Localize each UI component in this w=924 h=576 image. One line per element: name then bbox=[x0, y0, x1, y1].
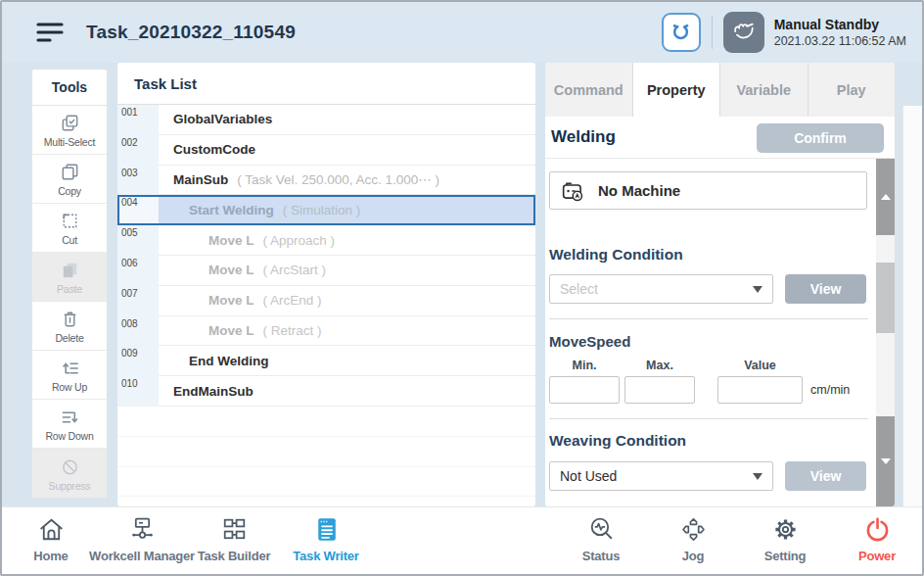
tools-panel: Tools Multi-Select Copy Cut bbox=[31, 69, 108, 499]
menu-button[interactable] bbox=[35, 20, 65, 46]
weaving-condition-view-button[interactable]: View bbox=[785, 461, 866, 491]
max-field[interactable] bbox=[624, 376, 695, 404]
command-note: ( Simulation ) bbox=[283, 203, 361, 217]
empty-row bbox=[117, 467, 535, 498]
scroll-page-down[interactable] bbox=[876, 416, 895, 506]
command-name: End Welding bbox=[189, 354, 269, 368]
move-speed-labels: Min. Max. Value bbox=[549, 359, 876, 372]
header-separator bbox=[712, 16, 713, 49]
line-number: 008 bbox=[117, 316, 159, 347]
tool-row-down[interactable]: Row Down bbox=[32, 400, 107, 449]
workcell-manager-icon bbox=[126, 513, 159, 546]
manual-mode-badge bbox=[723, 12, 764, 53]
robot-mode-chip[interactable]: Manual Standby 2021.03.22 11:06:52 AM bbox=[723, 12, 906, 53]
property-scroll-area: No Machine Welding Condition Select View… bbox=[545, 159, 876, 506]
command-name: Move L bbox=[208, 293, 254, 308]
tab-variable[interactable]: Variable bbox=[720, 63, 808, 117]
scroll-thumb[interactable] bbox=[876, 263, 895, 333]
suppress-icon bbox=[59, 456, 81, 478]
bottom-nav: Home Workcell Manager Task Builder bbox=[2, 507, 922, 574]
tool-copy[interactable]: Copy bbox=[32, 155, 107, 204]
max-label: Max. bbox=[624, 359, 695, 372]
scroll-page-up[interactable] bbox=[876, 159, 895, 235]
line-number: 010 bbox=[117, 376, 159, 407]
command-name: CustomCode bbox=[173, 142, 255, 157]
min-field[interactable] bbox=[549, 376, 620, 404]
nav-label: Setting bbox=[764, 549, 807, 563]
nav-label: Status bbox=[582, 549, 621, 563]
min-label: Min. bbox=[549, 359, 620, 372]
scroll-track[interactable] bbox=[876, 235, 895, 263]
tool-delete[interactable]: Delete bbox=[32, 302, 107, 351]
chevron-down-icon bbox=[753, 473, 762, 480]
section-divider bbox=[549, 418, 868, 419]
command-name: GlobalVariables bbox=[173, 112, 272, 126]
power-icon bbox=[861, 513, 894, 546]
status-timestamp: 2021.03.22 11:06:52 AM bbox=[774, 34, 906, 48]
confirm-button[interactable]: Confirm bbox=[757, 123, 884, 153]
command-name: EndMainSub bbox=[173, 384, 254, 399]
task-row-selected[interactable]: 004 Start Welding( Simulation ) bbox=[117, 195, 535, 225]
task-row[interactable]: 001 GlobalVariables bbox=[117, 105, 535, 135]
multi-select-icon bbox=[59, 112, 81, 134]
tab-property[interactable]: Property bbox=[633, 63, 721, 117]
line-number: 001 bbox=[117, 105, 159, 135]
scroll-track[interactable] bbox=[876, 333, 895, 416]
machine-selector[interactable]: No Machine bbox=[549, 171, 867, 210]
robot-gripper-icon bbox=[668, 20, 694, 46]
empty-row bbox=[117, 407, 535, 437]
tool-paste: Paste bbox=[32, 253, 107, 302]
tab-play[interactable]: Play bbox=[808, 63, 896, 117]
tool-multi-select[interactable]: Multi-Select bbox=[32, 106, 107, 155]
row-down-icon bbox=[59, 406, 81, 428]
page-title: Task_20210322_110549 bbox=[86, 22, 296, 43]
command-note: ( ArcStart ) bbox=[263, 263, 327, 277]
welding-machine-icon bbox=[562, 180, 585, 202]
weaving-condition-select[interactable]: Not Used bbox=[549, 461, 773, 491]
cut-icon bbox=[59, 210, 81, 232]
task-row[interactable]: 007 Move L( ArcEnd ) bbox=[117, 286, 535, 316]
welding-condition-select[interactable]: Select bbox=[549, 274, 773, 304]
welding-condition-view-button[interactable]: View bbox=[785, 274, 866, 304]
command-name: MainSub bbox=[173, 172, 228, 187]
scroll-up-icon bbox=[881, 194, 891, 200]
line-number: 004 bbox=[117, 195, 159, 225]
property-panel: Command Property Variable Play Welding C… bbox=[545, 63, 895, 506]
nav-power[interactable]: Power bbox=[813, 513, 924, 563]
task-row[interactable]: 009 End Welding bbox=[117, 346, 535, 376]
line-number: 003 bbox=[117, 166, 159, 196]
task-row[interactable]: 002 CustomCode bbox=[117, 135, 535, 166]
header-bar: Task_20210322_110549 Manual Standby bbox=[2, 2, 922, 63]
welding-condition-title: Welding Condition bbox=[549, 246, 876, 264]
setting-icon bbox=[769, 513, 802, 546]
task-row[interactable]: 006 Move L( ArcStart ) bbox=[117, 256, 535, 286]
task-row[interactable]: 003 MainSub( Task Vel. 250.000, Acc. 1.0… bbox=[117, 166, 535, 196]
copy-icon bbox=[59, 161, 81, 183]
servo-button[interactable] bbox=[662, 13, 701, 52]
paste-icon bbox=[59, 259, 81, 281]
nav-task-writer[interactable]: Task Writer bbox=[262, 513, 390, 563]
task-row[interactable]: 005 Move L( Approach ) bbox=[117, 225, 535, 256]
task-list-title: Task List bbox=[117, 63, 535, 105]
tool-label: Cut bbox=[62, 234, 77, 246]
task-writer-icon bbox=[310, 513, 343, 546]
command-note: ( Retract ) bbox=[263, 323, 322, 338]
nav-label: Power bbox=[858, 549, 896, 563]
weaving-condition-title: Weaving Condition bbox=[549, 432, 876, 450]
tab-command[interactable]: Command bbox=[545, 63, 633, 117]
task-row[interactable]: 008 Move L( Retract ) bbox=[117, 316, 535, 347]
task-row[interactable]: 010 EndMainSub bbox=[117, 376, 535, 407]
empty-row bbox=[117, 437, 535, 467]
tool-row-up[interactable]: Row Up bbox=[32, 351, 107, 400]
tool-label: Multi-Select bbox=[44, 136, 95, 148]
command-note: ( Approach ) bbox=[263, 233, 336, 248]
line-number: 006 bbox=[117, 256, 159, 286]
selected-value: Select bbox=[560, 281, 753, 297]
weaving-condition-row: Not Used View bbox=[549, 461, 876, 491]
line-number: 007 bbox=[117, 286, 159, 316]
value-field[interactable] bbox=[717, 376, 803, 404]
tool-cut[interactable]: Cut bbox=[32, 204, 107, 253]
header-status-cluster: Manual Standby 2021.03.22 11:06:52 AM bbox=[662, 2, 906, 63]
jog-icon bbox=[677, 513, 710, 546]
hamburger-icon bbox=[35, 20, 65, 46]
